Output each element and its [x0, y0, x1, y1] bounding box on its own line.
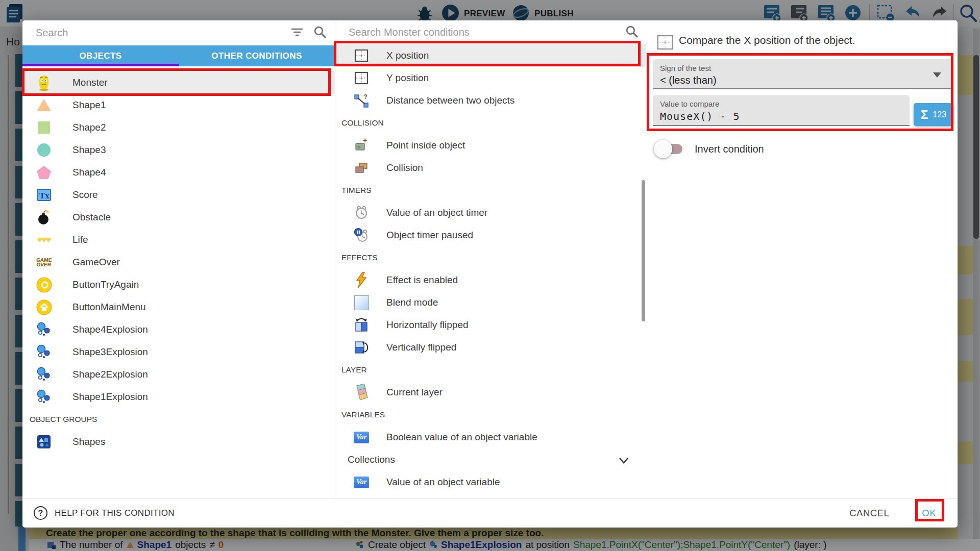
object-groups-header: OBJECT GROUPS: [22, 408, 335, 431]
objects-searchbar: [22, 20, 335, 45]
sigma-icon: Σ: [921, 108, 928, 122]
condition-item-x-position[interactable]: X position: [335, 44, 646, 67]
y-position-icon: [353, 69, 370, 87]
distance-icon: ?: [353, 92, 370, 109]
picker-tabs: OBJECTS OTHER CONDITIONS: [22, 45, 335, 66]
object-item-buttontryagain[interactable]: ButtonTryAgain: [22, 273, 335, 296]
object-item-shape1explosion[interactable]: Shape1Explosion: [22, 386, 335, 408]
lightning-icon: [353, 271, 370, 289]
chevron-down-icon: [617, 454, 630, 469]
search-icon: [313, 25, 327, 41]
condition-item-point-inside[interactable]: ++ Point inside object: [335, 134, 646, 157]
filter-icon[interactable]: [290, 27, 304, 40]
condition-item-current-layer[interactable]: Current layer: [335, 381, 646, 404]
retry-button-icon: [34, 274, 54, 295]
object-item-shape2[interactable]: Shape2: [22, 116, 335, 139]
svg-text:Tx: Tx: [39, 191, 50, 201]
section-header-variables: VARIABLES: [335, 404, 646, 426]
pentagon-icon: [34, 162, 54, 183]
shapes-group-icon: [34, 432, 54, 452]
timer-icon: [353, 204, 370, 221]
section-header-layer: LAYER: [335, 359, 646, 381]
point-inside-icon: ++: [353, 137, 370, 154]
expression-editor-button[interactable]: Σ 123: [914, 103, 953, 126]
object-item-score[interactable]: Tx Score: [22, 184, 335, 206]
object-item-life[interactable]: ♥♥♥ Life: [22, 229, 335, 251]
condition-item-vertically-flipped[interactable]: Vertically flipped: [335, 336, 646, 359]
condition-item-y-position[interactable]: Y position: [335, 67, 646, 89]
invert-condition-row: Invert condition: [656, 139, 764, 159]
svg-text:?: ?: [363, 93, 368, 101]
triangle-icon: [34, 95, 54, 115]
x-position-icon: [655, 33, 675, 54]
explosion-particles-icon: [34, 364, 54, 385]
invert-condition-toggle[interactable]: [656, 144, 682, 154]
gameover-icon: GAMEOVER: [34, 252, 54, 272]
conditions-search-input[interactable]: [348, 26, 616, 39]
help-link[interactable]: ? HELP FOR THIS CONDITION: [34, 506, 175, 520]
timer-paused-icon: [353, 227, 370, 244]
conditions-scrollbar[interactable]: [642, 180, 645, 321]
cancel-button[interactable]: CANCEL: [846, 507, 892, 519]
collision-icon: [353, 159, 370, 177]
dialog-footer: ? HELP FOR THIS CONDITION CANCEL OK: [22, 498, 958, 528]
object-item-shape3[interactable]: Shape3: [22, 139, 335, 161]
section-header-collision: COLLISION: [335, 112, 646, 134]
object-item-shape1[interactable]: Shape1: [22, 94, 335, 116]
section-header-effects: EFFECTS: [335, 246, 646, 269]
object-item-shape4[interactable]: Shape4: [22, 161, 335, 184]
bomb-icon: [34, 207, 54, 228]
condition-item-collision[interactable]: Collision: [335, 157, 646, 179]
parameters-panel: Compare the X position of the object. Si…: [647, 20, 958, 498]
condition-editor-dialog: OBJECTS OTHER CONDITIONS Monster Shape1 …: [22, 20, 958, 528]
condition-item-distance[interactable]: ? Distance between two objects: [335, 89, 646, 112]
condition-item-timer-value[interactable]: Value of an object timer: [335, 202, 646, 224]
section-header-timers: TIMERS: [335, 179, 646, 202]
objects-list: Monster Shape1 Shape2 Shape3 Shape4: [22, 71, 335, 453]
object-item-shape2explosion[interactable]: Shape2Explosion: [22, 363, 335, 386]
object-item-shape3explosion[interactable]: Shape3Explosion: [22, 341, 335, 363]
group-item-shapes[interactable]: Shapes: [22, 431, 335, 453]
x-position-icon: [353, 47, 370, 64]
explosion-particles-icon: [34, 319, 54, 340]
conditions-panel: X position Y position ? Distance between…: [335, 20, 647, 498]
object-item-gameover[interactable]: GAMEOVER GameOver: [22, 251, 335, 273]
circle-icon: [34, 140, 54, 160]
variable-icon: Var: [353, 473, 370, 491]
vertical-flip-icon: [353, 339, 370, 356]
explosion-particles-icon: [34, 387, 54, 407]
object-item-shape4explosion[interactable]: Shape4Explosion: [22, 318, 335, 341]
object-item-buttonmainmenu[interactable]: ButtonMainMenu: [22, 296, 335, 318]
objects-panel: OBJECTS OTHER CONDITIONS Monster Shape1 …: [22, 20, 335, 498]
conditions-searchbar: [335, 20, 647, 45]
condition-item-variable-value[interactable]: Var Value of an object variable: [335, 471, 646, 493]
layers-icon: [353, 384, 370, 401]
conditions-list: X position Y position ? Distance between…: [335, 44, 646, 493]
search-icon: [625, 24, 639, 40]
condition-item-horizontally-flipped[interactable]: Horizontally flipped: [335, 314, 646, 336]
svg-text:+: +: [357, 143, 361, 151]
condition-item-timer-paused[interactable]: Object timer paused: [335, 224, 646, 246]
value-to-compare-input[interactable]: Value to compare MouseX() - 5: [653, 95, 910, 126]
explosion-particles-icon: [34, 342, 54, 362]
square-icon: [34, 117, 54, 138]
blend-mode-icon: [353, 294, 370, 311]
home-button-icon: [34, 297, 54, 317]
object-item-obstacle[interactable]: Obstacle: [22, 206, 335, 229]
tab-objects[interactable]: OBJECTS: [22, 45, 179, 66]
help-icon: ?: [34, 506, 47, 520]
object-item-monster[interactable]: Monster: [22, 71, 335, 94]
hearts-icon: ♥♥♥: [34, 230, 54, 250]
condition-item-effect-enabled[interactable]: Effect is enabled: [335, 269, 646, 291]
collections-accordion[interactable]: Collections: [335, 448, 646, 471]
monster-icon: [34, 72, 54, 93]
sign-of-test-select[interactable]: Sign of the test < (less than): [653, 59, 953, 89]
ok-button[interactable]: OK: [919, 507, 939, 519]
condition-title: Compare the X position of the object.: [679, 34, 855, 46]
tab-other-conditions[interactable]: OTHER CONDITIONS: [179, 45, 335, 66]
text-object-icon: Tx: [34, 185, 54, 205]
condition-item-boolean-variable[interactable]: Var Boolean value of an object variable: [335, 426, 646, 448]
objects-search-input[interactable]: [35, 27, 281, 39]
screen: PREVIEW PUBLISH: [0, 0, 980, 551]
condition-item-blend-mode[interactable]: Blend mode: [335, 291, 646, 314]
